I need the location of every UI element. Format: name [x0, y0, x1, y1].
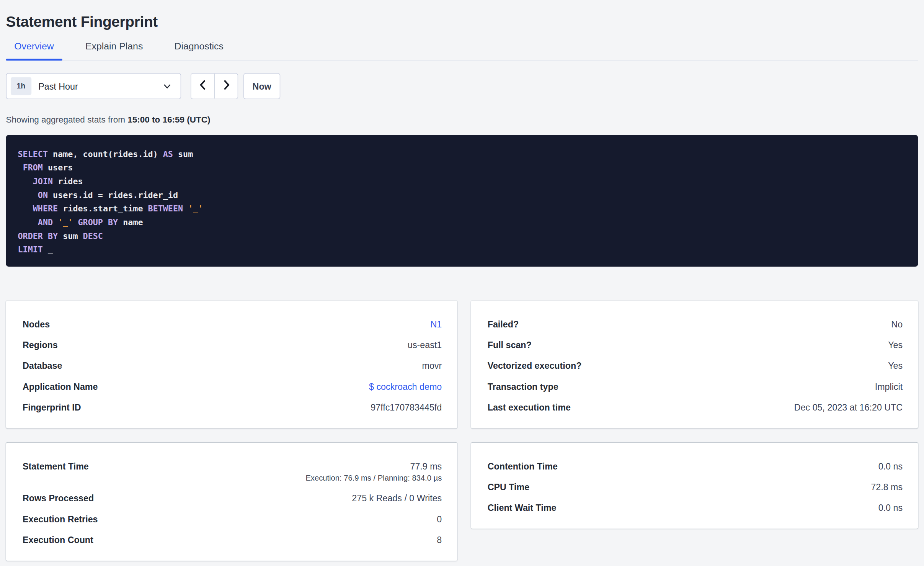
stat-value-wrap: 77.9 msExecution: 76.9 ms / Planning: 83…: [305, 460, 442, 483]
stat-value-wrap: Dec 05, 2023 at 16:20 UTC: [794, 402, 903, 413]
stat-row-cpu-time: CPU Time72.8 ms: [488, 481, 903, 492]
stat-row-fingerprint-id: Fingerprint ID97ffc170783445fd: [23, 402, 442, 413]
stat-value-wrap: Yes: [888, 360, 903, 371]
execution-attributes-card: Failed?NoFull scan?YesVectorized executi…: [471, 301, 918, 429]
stat-label: Regions: [23, 339, 58, 350]
stat-label: Vectorized execution?: [488, 360, 582, 371]
stat-label: Rows Processed: [23, 492, 94, 504]
stat-value: 0.0 ns: [878, 460, 903, 471]
time-interval-pager: [191, 73, 238, 99]
stat-label: Fingerprint ID: [23, 402, 81, 413]
stat-value: 97ffc170783445fd: [371, 402, 442, 413]
stat-value: Yes: [888, 360, 903, 371]
stat-label: Transaction type: [488, 381, 558, 392]
stat-label: Execution Count: [23, 534, 93, 545]
stat-row-full-scan: Full scan?Yes: [488, 339, 903, 350]
sql-line: SELECT name, count(rides.id) AS sum: [18, 147, 906, 161]
stat-value-wrap: 72.8 ms: [871, 481, 903, 492]
sql-line: FROM users: [18, 161, 906, 175]
viewport: Statement Fingerprint OverviewExplain Pl…: [0, 0, 924, 566]
stat-value-link[interactable]: N1: [430, 319, 442, 330]
stat-value-wrap: Implicit: [875, 381, 903, 392]
stat-value-link[interactable]: $ cockroach demo: [369, 381, 442, 392]
stat-value: No: [891, 319, 903, 330]
stat-label: Execution Retries: [23, 513, 98, 524]
stat-row-execution-retries: Execution Retries0: [23, 513, 442, 524]
resource-stats-card: Contention Time0.0 nsCPU Time72.8 msClie…: [471, 443, 918, 529]
tab-diagnostics[interactable]: Diagnostics: [166, 36, 232, 60]
stat-label: Client Wait Time: [488, 502, 557, 513]
time-range-dropdown[interactable]: 1h Past Hour: [6, 73, 181, 99]
stat-label: CPU Time: [488, 481, 529, 492]
stat-value: 8: [437, 534, 442, 545]
stat-label: Failed?: [488, 319, 519, 330]
stat-value-wrap: 0.0 ns: [878, 460, 903, 471]
time-picker-controls: 1h Past Hour Now: [6, 73, 918, 99]
stat-value: 72.8 ms: [871, 481, 903, 492]
stat-row-client-wait-time: Client Wait Time0.0 ns: [488, 502, 903, 513]
now-button[interactable]: Now: [243, 73, 280, 99]
stat-label: Contention Time: [488, 460, 558, 471]
tab-overview[interactable]: Overview: [6, 36, 62, 60]
stat-value-wrap: $ cockroach demo: [369, 381, 442, 392]
stat-row-contention-time: Contention Time0.0 ns: [488, 460, 903, 471]
stat-value-wrap: movr: [422, 360, 442, 371]
time-range-label: Past Hour: [38, 81, 78, 91]
stat-value-wrap: 275 k Reads / 0 Writes: [352, 492, 442, 504]
chevron-left-icon: [199, 80, 206, 93]
stat-label: Nodes: [23, 319, 50, 330]
stat-value: 77.9 ms: [305, 460, 442, 471]
stat-value: Yes: [888, 339, 903, 350]
sql-line: AND '_' GROUP BY name: [18, 216, 906, 229]
stat-value-wrap: Yes: [888, 339, 903, 350]
stat-subvalue: Execution: 76.9 ms / Planning: 834.0 µs: [305, 473, 442, 483]
stat-value-wrap: 0.0 ns: [878, 502, 903, 513]
stat-row-nodes: NodesN1: [23, 319, 442, 330]
stat-value: 0: [437, 513, 442, 524]
stats-caption: Showing aggregated stats from 15:00 to 1…: [6, 114, 918, 125]
stat-row-rows-processed: Rows Processed275 k Reads / 0 Writes: [23, 492, 442, 504]
sql-line: ON users.id = rides.rider_id: [18, 188, 906, 202]
stat-value-wrap: No: [891, 319, 903, 330]
stat-row-application-name: Application Name$ cockroach demo: [23, 381, 442, 392]
stat-row-database: Databasemovr: [23, 360, 442, 371]
stat-label: Database: [23, 360, 62, 371]
chevron-right-icon: [223, 80, 230, 93]
stat-label: Last execution time: [488, 402, 571, 413]
stat-value: us-east1: [408, 339, 442, 350]
stat-row-last-execution-time: Last execution timeDec 05, 2023 at 16:20…: [488, 402, 903, 413]
statement-fingerprint-page: Statement Fingerprint OverviewExplain Pl…: [0, 0, 924, 561]
stat-value-wrap: 8: [437, 534, 442, 545]
stats-caption-prefix: Showing aggregated stats from: [6, 115, 128, 124]
sql-line: LIMIT _: [18, 243, 906, 257]
stat-row-transaction-type: Transaction typeImplicit: [488, 381, 903, 392]
stat-label: Statement Time: [23, 460, 89, 471]
page-title: Statement Fingerprint: [6, 13, 918, 29]
stat-label: Application Name: [23, 381, 98, 392]
stat-value-wrap: N1: [430, 319, 442, 330]
sql-line: WHERE rides.start_time BETWEEN '_': [18, 202, 906, 216]
stat-value: Dec 05, 2023 at 16:20 UTC: [794, 402, 903, 413]
stat-value-wrap: us-east1: [408, 339, 442, 350]
stat-row-failed: Failed?No: [488, 319, 903, 330]
next-interval-button[interactable]: [214, 74, 238, 98]
timing-stats-card: Statement Time77.9 msExecution: 76.9 ms …: [6, 443, 457, 561]
stat-value: 0.0 ns: [878, 502, 903, 513]
stat-row-vectorized-execution: Vectorized execution?Yes: [488, 360, 903, 371]
stat-value: movr: [422, 360, 442, 371]
stat-value-wrap: 97ffc170783445fd: [371, 402, 442, 413]
tabs: OverviewExplain PlansDiagnostics: [6, 36, 918, 61]
summary-cards: NodesN1Regionsus-east1DatabasemovrApplic…: [6, 301, 918, 561]
stat-value: 275 k Reads / 0 Writes: [352, 492, 442, 504]
tab-explain-plans[interactable]: Explain Plans: [77, 36, 151, 60]
stat-value: Implicit: [875, 381, 903, 392]
stat-value-wrap: 0: [437, 513, 442, 524]
sql-line: JOIN rides: [18, 175, 906, 188]
sql-line: ORDER BY sum DESC: [18, 229, 906, 243]
previous-interval-button[interactable]: [191, 74, 215, 98]
stat-row-regions: Regionsus-east1: [23, 339, 442, 350]
stat-row-execution-count: Execution Count8: [23, 534, 442, 545]
stat-row-statement-time: Statement Time77.9 msExecution: 76.9 ms …: [23, 460, 442, 483]
stat-label: Full scan?: [488, 339, 532, 350]
time-range-badge: 1h: [11, 77, 31, 95]
